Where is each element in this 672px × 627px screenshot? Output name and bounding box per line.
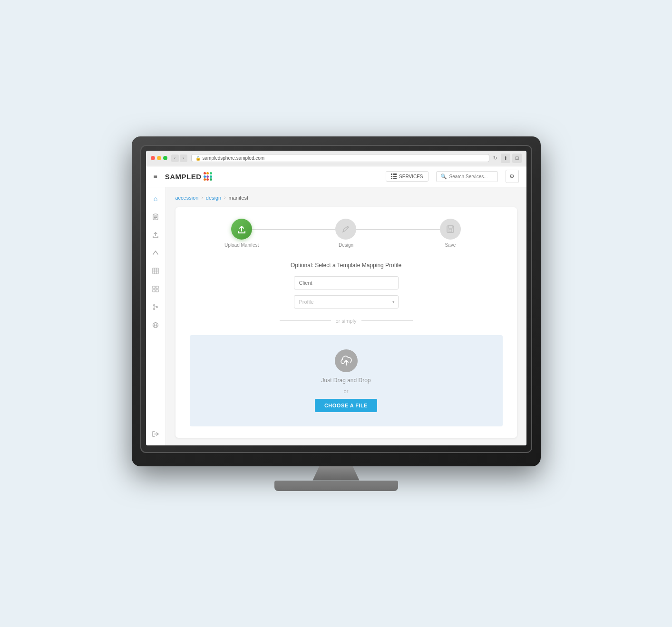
services-button[interactable]: SERVICES [386, 171, 428, 182]
sidebar-item-tools[interactable] [148, 245, 163, 260]
content-area: accession › design › manifest [166, 187, 526, 445]
divider-label: or simply [336, 318, 357, 324]
svg-point-14 [154, 304, 155, 306]
sidebar-item-clipboard[interactable] [148, 209, 163, 224]
search-bar[interactable]: 🔍 [436, 171, 498, 182]
drop-zone[interactable]: Just Drag and Drop or CHOOSE A FILE [190, 335, 503, 426]
logo-dot-9 [210, 178, 212, 181]
svg-rect-13 [156, 289, 158, 292]
nav-arrows: ‹ › [171, 154, 187, 162]
client-input[interactable] [294, 276, 399, 289]
step-circle-save [440, 219, 461, 240]
lock-icon: 🔒 [195, 156, 201, 161]
sidebar-item-branch[interactable] [148, 299, 163, 315]
back-button[interactable]: ‹ [171, 154, 179, 162]
logo-dot-8 [206, 178, 209, 181]
monitor-stand-base [274, 481, 398, 491]
services-label: SERVICES [399, 174, 423, 179]
step-circle-design [335, 219, 356, 240]
screen: ‹ › 🔒 sampledsphere.sampled.com ↻ ⬆ ⊡ [146, 151, 526, 445]
logo-dot-5 [206, 175, 209, 178]
step-save: Save [398, 219, 502, 248]
breadcrumb-accession[interactable]: accession [175, 195, 199, 201]
or-text: or [344, 388, 349, 394]
scene: ‹ › 🔒 sampledsphere.sampled.com ↻ ⬆ ⊡ [122, 136, 550, 491]
form-section: Optional: Select a Template Mapping Prof… [190, 262, 503, 426]
svg-rect-26 [449, 229, 452, 232]
bookmark-button[interactable]: ⊡ [512, 154, 522, 163]
app-container: ≡ SAMPLED [146, 166, 526, 445]
logo-dot-4 [204, 175, 206, 178]
step-label-design: Design [339, 242, 353, 248]
browser-actions: ⬆ ⊡ [501, 154, 522, 163]
profile-select[interactable]: Profile [294, 295, 399, 309]
section-title: Optional: Select a Template Mapping Prof… [291, 262, 401, 269]
traffic-lights [151, 156, 167, 160]
browser-chrome: ‹ › 🔒 sampledsphere.sampled.com ↻ ⬆ ⊡ [146, 151, 526, 166]
svg-point-15 [154, 308, 155, 309]
menu-icon[interactable]: ≡ [154, 173, 157, 180]
logo-dot-1 [204, 172, 206, 174]
logo-text: SAMPLED [165, 173, 202, 181]
address-bar[interactable]: 🔒 sampledsphere.sampled.com [191, 154, 489, 162]
step-label-upload: Upload Manifest [224, 242, 259, 248]
close-button[interactable] [151, 156, 155, 160]
logo-dot-6 [210, 175, 212, 178]
svg-rect-11 [156, 286, 158, 289]
step-upload: Upload Manifest [190, 219, 294, 248]
breadcrumb-manifest: manifest [229, 195, 249, 201]
monitor: ‹ › 🔒 sampledsphere.sampled.com ↻ ⬆ ⊡ [132, 136, 541, 466]
logo-dot-2 [206, 172, 209, 174]
svg-rect-5 [153, 268, 158, 274]
breadcrumb-sep-1: › [201, 195, 203, 200]
upload-cloud-icon [335, 349, 358, 372]
grid-icon [391, 174, 397, 179]
refresh-icon[interactable]: ↻ [493, 155, 497, 161]
step-circle-upload [231, 219, 252, 240]
workflow-card: Upload Manifest [175, 207, 517, 438]
settings-button[interactable]: ⚙ [506, 170, 519, 183]
breadcrumb-sep-2: › [224, 195, 225, 200]
maximize-button[interactable] [163, 156, 167, 160]
sidebar-item-globe[interactable] [148, 318, 163, 333]
svg-line-23 [347, 227, 348, 228]
sidebar-item-filter[interactable] [148, 281, 163, 297]
svg-line-18 [154, 306, 157, 306]
logo-dot-3 [210, 172, 212, 174]
sidebar-item-table[interactable] [148, 263, 163, 279]
sidebar-item-upload[interactable] [148, 227, 163, 242]
minimize-button[interactable] [157, 156, 161, 160]
sidebar-item-exit[interactable] [148, 426, 163, 442]
svg-point-16 [156, 306, 158, 308]
logo-dots [204, 172, 212, 181]
steps-container: Upload Manifest [190, 219, 503, 248]
step-label-save: Save [445, 242, 456, 248]
sidebar: ⌂ [146, 187, 166, 445]
divider-text: or simply [280, 318, 413, 324]
divider-line-left [280, 320, 331, 321]
divider-line-right [361, 320, 413, 321]
main-layout: ⌂ [146, 187, 526, 445]
share-button[interactable]: ⬆ [501, 154, 510, 163]
sidebar-item-home[interactable]: ⌂ [148, 191, 163, 206]
search-input[interactable] [449, 174, 492, 179]
svg-rect-1 [154, 214, 157, 215]
breadcrumb: accession › design › manifest [175, 195, 517, 201]
logo: SAMPLED [165, 172, 212, 181]
svg-rect-12 [153, 289, 155, 292]
monitor-stand-neck [303, 466, 370, 481]
logo-dot-7 [204, 178, 206, 181]
top-nav: ≡ SAMPLED [146, 166, 526, 187]
drag-drop-text: Just Drag and Drop [321, 377, 370, 384]
search-icon: 🔍 [440, 174, 447, 180]
choose-file-button[interactable]: CHOOSE A FILE [315, 399, 377, 412]
monitor-bezel: ‹ › 🔒 sampledsphere.sampled.com ↻ ⬆ ⊡ [140, 145, 532, 453]
svg-rect-10 [153, 286, 155, 289]
step-design: Design [294, 219, 398, 248]
forward-button[interactable]: › [180, 154, 187, 162]
url-text: sampledsphere.sampled.com [203, 155, 265, 161]
profile-select-wrapper: Profile ▾ [294, 295, 399, 309]
breadcrumb-design[interactable]: design [206, 195, 221, 201]
